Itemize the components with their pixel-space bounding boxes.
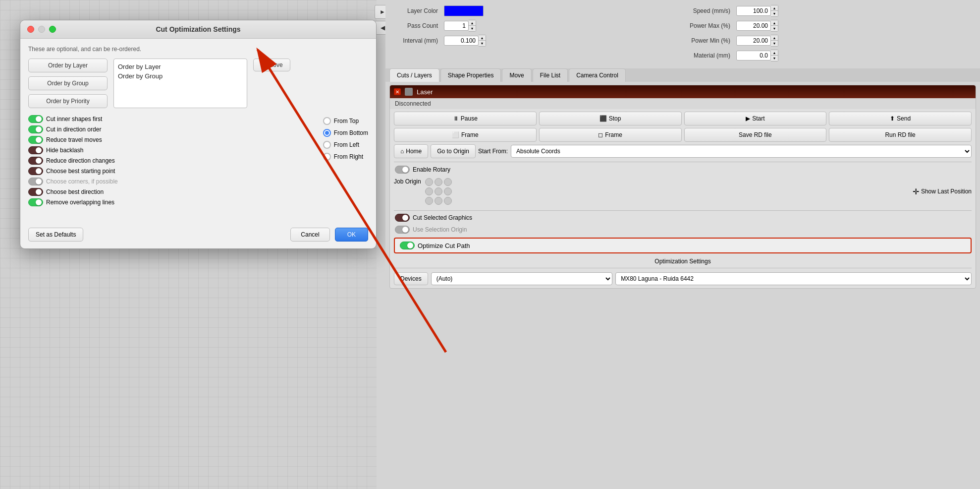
tab-cuts-layers[interactable]: Cuts / Layers <box>389 68 439 82</box>
home-button[interactable]: ⌂ Home <box>394 144 428 158</box>
stop-button[interactable]: ⬛ Stop <box>539 112 682 125</box>
toggle-optimize-cut-path[interactable] <box>400 242 415 249</box>
save-rd-button[interactable]: Save RD file <box>684 128 827 142</box>
cancel-button[interactable]: Cancel <box>290 228 329 242</box>
layer-color-swatch[interactable] <box>444 5 484 16</box>
interval-input[interactable] <box>444 36 479 46</box>
origin-dot-mr[interactable] <box>444 187 452 195</box>
toggle-use-selection-origin[interactable] <box>395 226 410 234</box>
machine-select[interactable]: MX80 Laguna - Ruida 6442 <box>615 272 972 285</box>
go-to-origin-button[interactable]: Go to Origin <box>431 144 476 158</box>
order-by-priority-button[interactable]: Order by Priority <box>28 94 108 108</box>
frame2-button[interactable]: ◻ Frame <box>539 128 682 142</box>
toggle-reduce-direction[interactable] <box>28 157 43 165</box>
pass-count-spin-down[interactable]: ▼ <box>469 26 476 31</box>
optimization-settings-row: Optimization Settings <box>390 255 976 267</box>
radio-from-top[interactable]: From Top <box>323 117 368 125</box>
order-by-layer-button[interactable]: Order by Layer <box>28 59 108 72</box>
minimize-button[interactable] <box>38 26 45 33</box>
power-max-spin-down[interactable]: ▼ <box>771 26 778 31</box>
order-list-item-2[interactable]: Order by Group <box>118 71 243 81</box>
power-min-input[interactable] <box>736 36 771 46</box>
material-input[interactable] <box>736 51 771 61</box>
laser-titlebar: ✕ Laser <box>390 85 976 98</box>
cut-selected-label: Cut Selected Graphics <box>413 214 472 221</box>
ok-button[interactable]: OK <box>335 228 368 242</box>
toggle-choose-corners[interactable] <box>28 178 43 185</box>
tab-file-list[interactable]: File List <box>533 68 568 82</box>
send-button[interactable]: ⬆ Send <box>829 112 972 125</box>
label-from-top: From Top <box>334 118 359 124</box>
interval-spin-arrows: ▲ ▼ <box>479 35 486 47</box>
power-max-input[interactable] <box>736 21 771 31</box>
toggle-remove-overlapping[interactable] <box>28 198 43 206</box>
auto-select[interactable]: (Auto) <box>431 272 612 285</box>
run-rd-button[interactable]: Run RD file <box>829 128 972 142</box>
order-list-box[interactable]: Order by Layer Order by Group <box>113 59 247 108</box>
layer-settings-area: Layer Color Speed (mm/s) ▲ ▼ Pass Count … <box>385 0 980 68</box>
origin-dot-tl[interactable] <box>425 178 433 186</box>
close-button[interactable] <box>27 26 34 33</box>
pause-button[interactable]: ⏸ Pause <box>394 112 537 125</box>
radio-btn-from-bottom[interactable] <box>323 129 331 137</box>
power-max-spin-up[interactable]: ▲ <box>771 20 778 26</box>
interval-spin-down[interactable]: ▼ <box>479 41 486 46</box>
toggle-reduce-travel[interactable] <box>28 136 43 144</box>
origin-dot-bl[interactable] <box>425 197 433 205</box>
radio-btn-from-right[interactable] <box>323 153 331 161</box>
crosshair-icon: ✛ <box>913 187 919 196</box>
start-from-select[interactable]: Absolute Coords <box>511 145 972 158</box>
show-last-pos-label[interactable]: Show Last Position <box>921 188 972 195</box>
origin-dot-tr[interactable] <box>444 178 452 186</box>
set-defaults-button[interactable]: Set as Defaults <box>28 228 83 242</box>
start-button[interactable]: ▶ Start <box>684 112 827 125</box>
toggle-cut-selected[interactable] <box>395 214 410 222</box>
origin-dot-mc[interactable] <box>435 187 442 195</box>
direction-radio-section: From Top From Bottom From Left From Righ… <box>323 115 368 209</box>
speed-spin-down[interactable]: ▼ <box>771 11 778 16</box>
toggle-enable-rotary[interactable] <box>395 166 410 174</box>
remove-button[interactable]: Remove <box>253 59 290 71</box>
radio-from-right[interactable]: From Right <box>323 153 368 161</box>
radio-from-left[interactable]: From Left <box>323 141 368 149</box>
speed-spin-up[interactable]: ▲ <box>771 5 778 11</box>
order-list-item-1[interactable]: Order by Layer <box>118 62 243 71</box>
power-min-spin-up[interactable]: ▲ <box>771 35 778 41</box>
toggle-best-direction[interactable] <box>28 188 43 196</box>
tab-camera-control[interactable]: Camera Control <box>569 68 626 82</box>
toggle-best-starting-point[interactable] <box>28 167 43 175</box>
toggle-hide-backlash[interactable] <box>28 146 43 154</box>
origin-dot-ml[interactable] <box>425 187 433 195</box>
toggle-cut-inner-shapes[interactable] <box>28 115 43 123</box>
power-min-spin-down[interactable]: ▼ <box>771 41 778 46</box>
job-origin-grid <box>425 178 452 205</box>
tab-move[interactable]: Move <box>502 68 531 82</box>
devices-button[interactable]: Devices <box>394 272 428 285</box>
origin-dot-br[interactable] <box>444 197 452 205</box>
interval-spin-up[interactable]: ▲ <box>479 35 486 41</box>
origin-dot-tc[interactable] <box>435 178 442 186</box>
radio-btn-from-left[interactable] <box>323 141 331 149</box>
toggle-cut-direction-order[interactable] <box>28 125 43 133</box>
order-by-group-button[interactable]: Order by Group <box>28 76 108 90</box>
radio-btn-from-top[interactable] <box>323 117 331 125</box>
pause-icon: ⏸ <box>453 115 459 122</box>
material-spin-up[interactable]: ▲ <box>771 50 778 56</box>
optimization-settings-label[interactable]: Optimization Settings <box>654 258 710 265</box>
maximize-button[interactable] <box>49 26 56 33</box>
pass-count-spin-up[interactable]: ▲ <box>469 20 476 26</box>
label-reduce-travel: Reduce travel moves <box>46 136 102 143</box>
tab-shape-properties[interactable]: Shape Properties <box>440 68 501 82</box>
laser-close-button[interactable]: ✕ <box>394 88 401 95</box>
radio-from-bottom[interactable]: From Bottom <box>323 129 368 137</box>
power-min-spin-arrows: ▲ ▼ <box>771 35 778 47</box>
options-left: Cut inner shapes first Cut in direction … <box>28 115 311 209</box>
use-selection-origin-row: Use Selection Origin <box>390 224 976 236</box>
pass-count-input[interactable] <box>444 21 469 31</box>
origin-dot-bc[interactable] <box>435 197 442 205</box>
speed-input[interactable] <box>736 6 771 16</box>
dialog-main: Order by Layer Order by Group Order by P… <box>28 59 368 108</box>
material-spin-down[interactable]: ▼ <box>771 56 778 61</box>
optimize-cut-path-row: Optimize Cut Path <box>394 238 972 253</box>
frame1-button[interactable]: ⬜ Frame <box>394 128 537 142</box>
